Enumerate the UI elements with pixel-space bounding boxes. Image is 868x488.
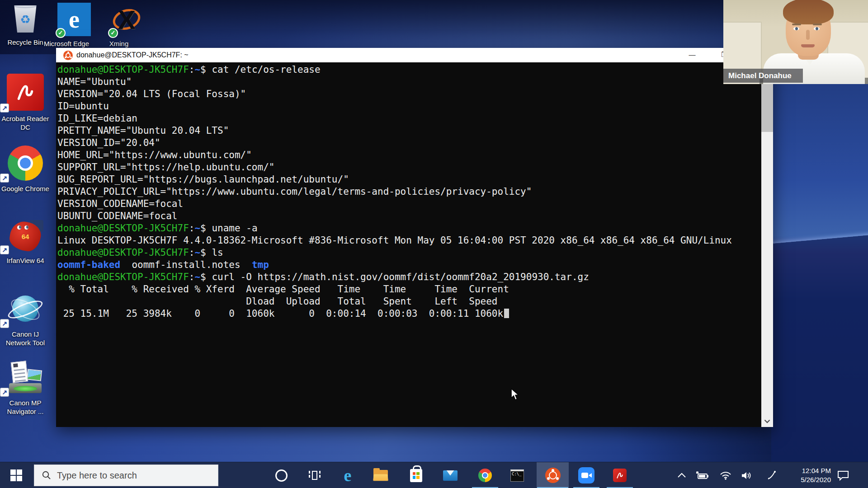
ubuntu-icon	[63, 51, 73, 60]
clock-time: 12:04 PM	[801, 466, 831, 475]
terminal-line: 25 15.1M 25 3984k 0 0 1060k 0 0:00:14 0:…	[57, 308, 773, 320]
taskbar-icon-chrome[interactable]	[472, 462, 499, 488]
terminal-line: ID=ubuntu	[57, 100, 773, 113]
tray-volume-button[interactable]	[737, 462, 755, 488]
desktop-icon-irfanview[interactable]: 64 ↗ IrfanView 64	[1, 220, 50, 265]
terminal-line: SUPPORT_URL="https://help.ubuntu.com/"	[57, 161, 773, 174]
taskbar-icon-command-prompt[interactable]: C:\_	[504, 462, 531, 488]
command-prompt-icon: C:\_	[510, 469, 524, 482]
taskbar-icon-ubuntu[interactable]	[537, 462, 569, 488]
terminal-line: oommf-baked oommf-install.notes tmp	[57, 259, 773, 271]
shortcut-arrow-icon: ↗	[0, 388, 9, 397]
desktop: e ✓ Microsoft Edge X ✓ Xming ♻ Recycle B…	[0, 0, 868, 488]
search-input[interactable]	[57, 470, 206, 481]
terminal-line: PRIVACY_POLICY_URL="https://www.ubuntu.c…	[57, 186, 773, 198]
action-center-icon	[837, 470, 849, 481]
tray-battery-button[interactable]	[693, 462, 711, 488]
taskbar-icon-zoom[interactable]	[573, 462, 600, 488]
window-title: donahue@DESKTOP-JK5CH7F: ~	[76, 51, 189, 59]
taskbar-clock[interactable]: 12:04 PM 5/26/2020	[801, 462, 831, 488]
recycle-bin-icon: ♻	[1, 5, 50, 35]
cortana-button[interactable]	[268, 462, 295, 488]
canon-mp-icon: ↗	[1, 361, 50, 396]
terminal-line: donahue@DESKTOP-JK5CH7F:~$ uname -a	[57, 222, 773, 235]
task-view-button[interactable]	[301, 462, 328, 488]
terminal-window: donahue@DESKTOP-JK5CH7F: ~ — ❐ donahue@D…	[56, 48, 773, 427]
terminal-line: donahue@DESKTOP-JK5CH7F:~$ curl -O https…	[57, 271, 773, 283]
zoom-camera-icon	[578, 467, 594, 483]
desktop-icon-canon-mp[interactable]: ↗ Canon MP Navigator ...	[1, 361, 50, 416]
terminal-line: VERSION_CODENAME=focal	[57, 198, 773, 210]
shortcut-arrow-icon: ↗	[0, 103, 9, 113]
terminal-line: VERSION_ID="20.04"	[57, 137, 773, 149]
taskbar: e C:\_	[0, 462, 868, 488]
webcam-overlay: Michael Donahue	[723, 0, 868, 84]
taskbar-icon-store[interactable]	[402, 462, 429, 488]
clock-date: 5/26/2020	[801, 475, 831, 484]
microsoft-store-icon	[410, 469, 422, 482]
acrobat-icon: ↗	[1, 74, 50, 112]
task-view-icon	[309, 470, 321, 481]
acrobat-icon	[613, 469, 627, 482]
taskbar-icon-mail[interactable]	[437, 462, 464, 488]
shortcut-arrow-icon: ↗	[0, 319, 9, 328]
xming-icon: X ✓	[110, 3, 143, 36]
start-button[interactable]	[4, 462, 29, 488]
terminal-line: BUG_REPORT_URL="https://bugs.launchpad.n…	[57, 174, 773, 186]
terminal-titlebar[interactable]: donahue@DESKTOP-JK5CH7F: ~ — ❐	[56, 48, 773, 62]
ubuntu-icon	[545, 468, 561, 483]
acrobat-swoosh-icon	[14, 80, 37, 104]
taskbar-icon-acrobat[interactable]	[606, 462, 633, 488]
desktop-icon-canon-ij[interactable]: ↗ Canon IJ Network Tool	[1, 292, 50, 347]
scrollbar-thumb[interactable]	[761, 83, 773, 132]
action-center-button[interactable]	[834, 462, 852, 488]
taskbar-icon-file-explorer[interactable]	[367, 462, 394, 488]
search-icon	[42, 470, 52, 480]
terminal-line: Linux DESKTOP-JK5CH7F 4.4.0-18362-Micros…	[57, 235, 773, 247]
terminal-line: NAME="Ubuntu"	[57, 76, 773, 88]
desktop-icon-chrome[interactable]: ↗ Google Chrome	[1, 145, 50, 193]
terminal-line: donahue@DESKTOP-JK5CH7F:~$ ls	[57, 247, 773, 259]
terminal-line: VERSION="20.04 LTS (Focal Fossa)"	[57, 88, 773, 100]
windows-logo-icon	[10, 469, 22, 481]
desktop-icon-label: Canon MP Navigator ...	[1, 399, 50, 416]
scroll-down-button[interactable]	[761, 415, 773, 427]
desktop-icon-xming-label: Xming	[94, 40, 144, 47]
canon-ij-globe-icon: ↗	[1, 292, 50, 327]
minimize-button[interactable]: —	[682, 48, 702, 62]
power-battery-icon	[695, 471, 709, 479]
desktop-icon-recycle-bin[interactable]: ♻ Recycle Bin	[1, 4, 50, 47]
tray-pen-button[interactable]	[763, 462, 781, 488]
pen-icon	[767, 470, 777, 480]
terminal-line: ID_LIKE=debian	[57, 113, 773, 125]
desktop-icon-label: Acrobat Reader DC	[1, 114, 50, 131]
volume-speaker-icon	[741, 471, 752, 480]
desktop-icon-label: Google Chrome	[1, 184, 50, 193]
terminal-line: PRETTY_NAME="Ubuntu 20.04 LTS"	[57, 125, 773, 137]
shortcut-arrow-icon: ↗	[0, 174, 9, 183]
recycle-symbol-icon: ♻	[1, 13, 50, 27]
terminal-line: HOME_URL="https://www.ubuntu.com/"	[57, 149, 773, 161]
tray-wifi-button[interactable]	[717, 462, 735, 488]
desktop-icon-label: Recycle Bin	[1, 38, 50, 47]
tray-expand-button[interactable]	[673, 462, 691, 488]
wifi-icon	[720, 471, 731, 480]
desktop-icon-xming[interactable]: X ✓	[102, 3, 151, 36]
terminal-output[interactable]: donahue@DESKTOP-JK5CH7F:~$ cat /etc/os-r…	[56, 62, 773, 427]
terminal-line: % Total % Received % Xferd Average Speed…	[57, 283, 773, 296]
sync-check-badge-icon: ✓	[56, 28, 66, 38]
search-box[interactable]	[34, 465, 218, 486]
mail-icon	[443, 470, 458, 481]
terminal-line: UBUNTU_CODENAME=focal	[57, 210, 773, 222]
mouse-cursor	[509, 389, 520, 402]
desktop-icon-edge[interactable]: e ✓	[50, 3, 99, 36]
cortana-icon	[275, 469, 288, 482]
terminal-line: Dload Upload Total Spent Left Speed	[57, 296, 773, 308]
file-explorer-icon	[373, 470, 388, 481]
desktop-icon-acrobat[interactable]: ↗ Acrobat Reader DC	[1, 74, 50, 131]
terminal-scrollbar[interactable]	[761, 62, 773, 427]
desktop-icon-label: Canon IJ Network Tool	[1, 330, 50, 347]
chrome-icon: ↗	[1, 145, 50, 182]
taskbar-icon-edge[interactable]: e	[334, 462, 361, 488]
shortcut-arrow-icon: ↗	[0, 245, 9, 254]
